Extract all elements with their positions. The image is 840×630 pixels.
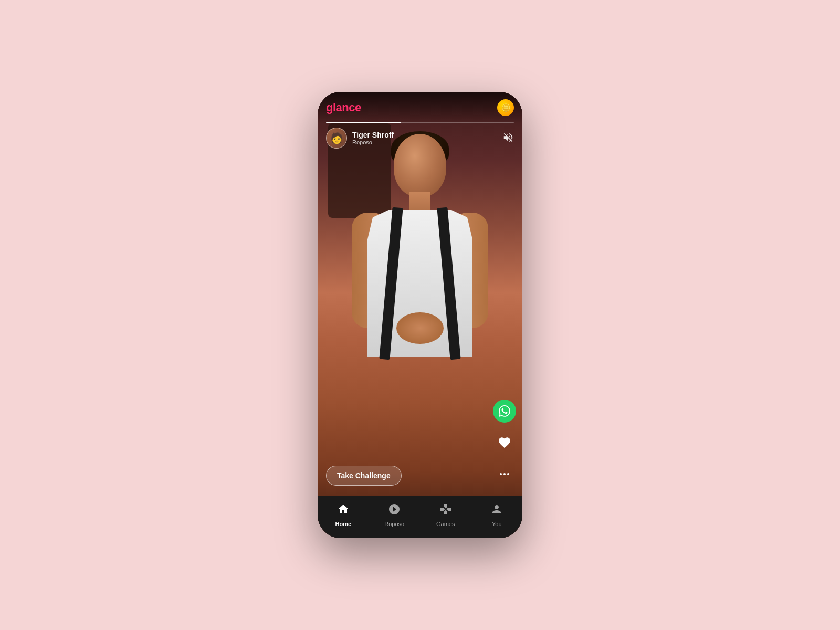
nav-item-home[interactable]: Home [318,503,369,527]
creator-info: 🧑 Tiger Shroff Roposo [326,128,394,149]
nav-label-games: Games [436,521,455,527]
games-icon [439,503,452,519]
you-icon [490,503,503,519]
home-icon [337,503,350,519]
svg-point-2 [507,473,509,475]
avatar-image: 🧑 [330,132,343,144]
right-actions [493,400,516,486]
svg-point-0 [500,473,502,475]
phone-screen: glance 🪙 🧑 Tiger Shroff Roposo [318,92,522,538]
coin-icon: 🪙 [501,103,510,112]
roposo-icon [388,503,401,519]
bottom-navigation: Home Roposo Games [318,496,522,538]
take-challenge-button[interactable]: Take Challenge [326,466,402,486]
creator-avatar: 🧑 [326,128,347,149]
mute-button[interactable] [502,132,514,146]
heart-button[interactable] [493,431,516,454]
creator-text: Tiger Shroff Roposo [352,131,394,145]
nav-item-games[interactable]: Games [420,503,471,527]
person-figure [346,134,494,491]
nav-item-roposo[interactable]: Roposo [369,503,421,527]
progress-bar [326,122,514,123]
app-logo: glance [326,101,361,114]
whatsapp-button[interactable] [493,400,516,423]
nav-item-you[interactable]: You [471,503,523,527]
svg-point-1 [503,473,506,475]
creator-name: Tiger Shroff [352,131,394,139]
nav-label-home: Home [335,521,351,527]
creator-source: Roposo [352,139,394,145]
nav-label-you: You [492,521,502,527]
phone-frame: glance 🪙 🧑 Tiger Shroff Roposo [318,92,522,538]
hands [396,312,444,344]
coin-badge[interactable]: 🪙 [497,99,514,116]
nav-label-roposo: Roposo [384,521,404,527]
progress-fill [326,122,401,123]
header: glance 🪙 [318,92,522,123]
neck [410,192,430,213]
head [394,134,446,197]
more-options-button[interactable] [493,463,516,486]
